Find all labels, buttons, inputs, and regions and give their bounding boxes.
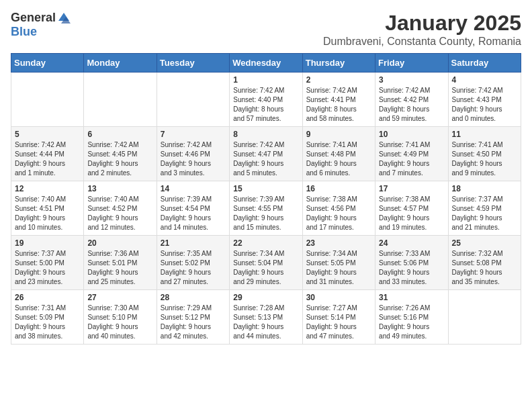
day-info: Sunrise: 7:40 AM Sunset: 4:52 PM Dayligh… (87, 195, 152, 232)
calendar-week-3: 12Sunrise: 7:40 AM Sunset: 4:51 PM Dayli… (11, 181, 521, 236)
day-number: 31 (379, 293, 444, 302)
calendar-cell: 30Sunrise: 7:27 AM Sunset: 5:14 PM Dayli… (302, 290, 375, 345)
day-number: 26 (15, 293, 80, 302)
day-info: Sunrise: 7:28 AM Sunset: 5:13 PM Dayligh… (233, 304, 298, 341)
day-number: 27 (87, 293, 152, 302)
weekday-header-friday: Friday (375, 54, 448, 73)
day-number: 30 (306, 293, 371, 302)
day-number: 21 (161, 238, 226, 248)
calendar-week-1: 1Sunrise: 7:42 AM Sunset: 4:40 PM Daylig… (11, 73, 521, 127)
page-header: General Blue January 2025 Dumbraveni, Co… (11, 11, 521, 48)
day-info: Sunrise: 7:42 AM Sunset: 4:40 PM Dayligh… (233, 86, 298, 124)
weekday-header-row: SundayMondayTuesdayWednesdayThursdayFrid… (11, 54, 521, 73)
calendar-cell: 12Sunrise: 7:40 AM Sunset: 4:51 PM Dayli… (11, 181, 84, 236)
day-number: 15 (233, 184, 298, 193)
day-info: Sunrise: 7:26 AM Sunset: 5:16 PM Dayligh… (379, 304, 444, 341)
day-info: Sunrise: 7:42 AM Sunset: 4:43 PM Dayligh… (452, 86, 517, 124)
day-info: Sunrise: 7:33 AM Sunset: 5:06 PM Dayligh… (379, 249, 444, 287)
day-number: 23 (306, 238, 371, 248)
weekday-header-wednesday: Wednesday (230, 54, 302, 73)
logo: General Blue (11, 11, 71, 39)
calendar-cell: 21Sunrise: 7:35 AM Sunset: 5:02 PM Dayli… (157, 236, 229, 290)
calendar-cell: 2Sunrise: 7:42 AM Sunset: 4:41 PM Daylig… (302, 73, 375, 127)
title-block: January 2025 Dumbraveni, Constanta Count… (323, 11, 521, 48)
calendar-cell (11, 73, 84, 127)
calendar-cell: 3Sunrise: 7:42 AM Sunset: 4:42 PM Daylig… (375, 73, 448, 127)
day-number: 4 (452, 75, 517, 85)
day-number: 20 (87, 238, 152, 248)
logo-icon (57, 11, 71, 25)
calendar-table: SundayMondayTuesdayWednesdayThursdayFrid… (11, 53, 521, 345)
calendar-cell: 11Sunrise: 7:41 AM Sunset: 4:50 PM Dayli… (448, 127, 521, 181)
day-info: Sunrise: 7:42 AM Sunset: 4:45 PM Dayligh… (87, 140, 152, 178)
calendar-cell: 31Sunrise: 7:26 AM Sunset: 5:16 PM Dayli… (375, 290, 448, 345)
day-info: Sunrise: 7:38 AM Sunset: 4:56 PM Dayligh… (306, 195, 371, 232)
weekday-header-thursday: Thursday (302, 54, 375, 73)
day-info: Sunrise: 7:31 AM Sunset: 5:09 PM Dayligh… (15, 304, 80, 341)
day-info: Sunrise: 7:40 AM Sunset: 4:51 PM Dayligh… (15, 195, 80, 232)
day-info: Sunrise: 7:35 AM Sunset: 5:02 PM Dayligh… (161, 249, 226, 287)
calendar-cell (157, 73, 229, 127)
calendar-cell: 25Sunrise: 7:32 AM Sunset: 5:08 PM Dayli… (448, 236, 521, 290)
day-info: Sunrise: 7:30 AM Sunset: 5:10 PM Dayligh… (87, 304, 152, 341)
day-number: 9 (306, 130, 371, 139)
day-info: Sunrise: 7:42 AM Sunset: 4:44 PM Dayligh… (15, 140, 80, 178)
day-info: Sunrise: 7:37 AM Sunset: 5:00 PM Dayligh… (15, 249, 80, 287)
weekday-header-saturday: Saturday (448, 54, 521, 73)
day-number: 22 (233, 238, 298, 248)
calendar-cell: 8Sunrise: 7:42 AM Sunset: 4:47 PM Daylig… (230, 127, 302, 181)
day-number: 3 (379, 75, 444, 85)
calendar-cell: 1Sunrise: 7:42 AM Sunset: 4:40 PM Daylig… (230, 73, 302, 127)
weekday-header-sunday: Sunday (11, 54, 84, 73)
calendar-cell: 10Sunrise: 7:41 AM Sunset: 4:49 PM Dayli… (375, 127, 448, 181)
calendar-cell: 15Sunrise: 7:39 AM Sunset: 4:55 PM Dayli… (230, 181, 302, 236)
calendar-cell: 6Sunrise: 7:42 AM Sunset: 4:45 PM Daylig… (84, 127, 157, 181)
day-number: 19 (15, 238, 80, 248)
calendar-cell: 27Sunrise: 7:30 AM Sunset: 5:10 PM Dayli… (84, 290, 157, 345)
calendar-cell: 13Sunrise: 7:40 AM Sunset: 4:52 PM Dayli… (84, 181, 157, 236)
calendar-cell: 20Sunrise: 7:36 AM Sunset: 5:01 PM Dayli… (84, 236, 157, 290)
day-info: Sunrise: 7:39 AM Sunset: 4:54 PM Dayligh… (161, 195, 226, 232)
calendar-cell: 19Sunrise: 7:37 AM Sunset: 5:00 PM Dayli… (11, 236, 84, 290)
day-number: 28 (161, 293, 226, 302)
logo-general-text: General (11, 11, 56, 25)
day-number: 14 (161, 184, 226, 193)
day-number: 7 (161, 130, 226, 139)
location-title: Dumbraveni, Constanta County, Romania (323, 36, 521, 48)
day-info: Sunrise: 7:39 AM Sunset: 4:55 PM Dayligh… (233, 195, 298, 232)
calendar-cell: 4Sunrise: 7:42 AM Sunset: 4:43 PM Daylig… (448, 73, 521, 127)
calendar-body: 1Sunrise: 7:42 AM Sunset: 4:40 PM Daylig… (11, 73, 521, 345)
day-number: 25 (452, 238, 517, 248)
day-number: 6 (87, 130, 152, 139)
calendar-week-5: 26Sunrise: 7:31 AM Sunset: 5:09 PM Dayli… (11, 290, 521, 345)
calendar-cell: 17Sunrise: 7:38 AM Sunset: 4:57 PM Dayli… (375, 181, 448, 236)
day-info: Sunrise: 7:42 AM Sunset: 4:41 PM Dayligh… (306, 86, 371, 124)
calendar-cell (448, 290, 521, 345)
day-number: 1 (233, 75, 298, 85)
day-info: Sunrise: 7:34 AM Sunset: 5:05 PM Dayligh… (306, 249, 371, 287)
calendar-cell (84, 73, 157, 127)
day-info: Sunrise: 7:42 AM Sunset: 4:47 PM Dayligh… (233, 140, 298, 178)
day-info: Sunrise: 7:32 AM Sunset: 5:08 PM Dayligh… (452, 249, 517, 287)
calendar-cell: 9Sunrise: 7:41 AM Sunset: 4:48 PM Daylig… (302, 127, 375, 181)
month-title: January 2025 (323, 11, 521, 36)
day-number: 16 (306, 184, 371, 193)
day-number: 12 (15, 184, 80, 193)
calendar-cell: 14Sunrise: 7:39 AM Sunset: 4:54 PM Dayli… (157, 181, 229, 236)
calendar-cell: 7Sunrise: 7:42 AM Sunset: 4:46 PM Daylig… (157, 127, 229, 181)
day-info: Sunrise: 7:41 AM Sunset: 4:50 PM Dayligh… (452, 140, 517, 178)
calendar-cell: 24Sunrise: 7:33 AM Sunset: 5:06 PM Dayli… (375, 236, 448, 290)
day-number: 8 (233, 130, 298, 139)
calendar-cell: 23Sunrise: 7:34 AM Sunset: 5:05 PM Dayli… (302, 236, 375, 290)
calendar-week-2: 5Sunrise: 7:42 AM Sunset: 4:44 PM Daylig… (11, 127, 521, 181)
day-info: Sunrise: 7:37 AM Sunset: 4:59 PM Dayligh… (452, 195, 517, 232)
day-number: 18 (452, 184, 517, 193)
calendar-cell: 16Sunrise: 7:38 AM Sunset: 4:56 PM Dayli… (302, 181, 375, 236)
calendar-week-4: 19Sunrise: 7:37 AM Sunset: 5:00 PM Dayli… (11, 236, 521, 290)
day-number: 5 (15, 130, 80, 139)
day-info: Sunrise: 7:29 AM Sunset: 5:12 PM Dayligh… (161, 304, 226, 341)
day-number: 11 (452, 130, 517, 139)
calendar-cell: 18Sunrise: 7:37 AM Sunset: 4:59 PM Dayli… (448, 181, 521, 236)
day-info: Sunrise: 7:41 AM Sunset: 4:49 PM Dayligh… (379, 140, 444, 178)
weekday-header-tuesday: Tuesday (157, 54, 229, 73)
